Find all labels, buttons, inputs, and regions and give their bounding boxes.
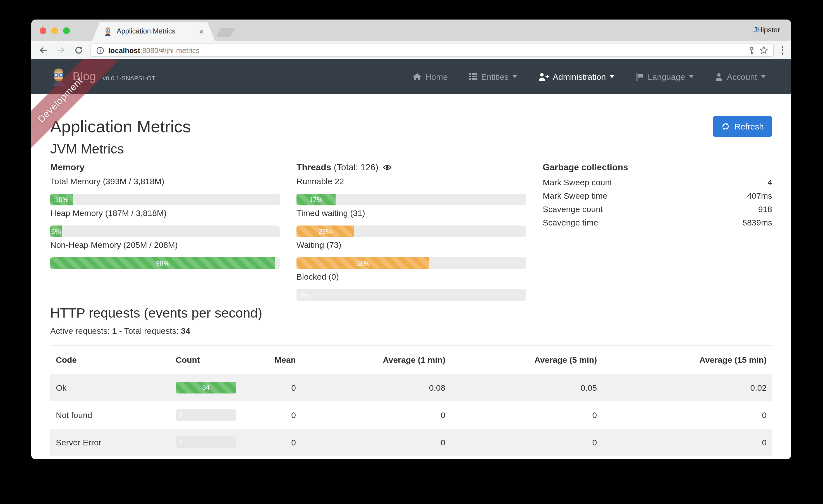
total-requests-value: 34: [181, 326, 190, 335]
bookmark-star-icon[interactable]: [759, 46, 768, 55]
metric-label: Total Memory (393M / 3,818M): [50, 176, 280, 187]
nav-item-home[interactable]: Home: [402, 59, 458, 94]
separator: -: [119, 326, 122, 335]
chevron-down-icon: [761, 75, 766, 78]
brand-name: Blog: [72, 70, 96, 83]
progress-label: 25%: [319, 227, 332, 235]
count-bar: 0: [176, 409, 178, 421]
cell-mean: 0: [251, 401, 302, 429]
home-icon: [413, 72, 422, 80]
gc-heading: Garbage collections: [543, 162, 772, 172]
tab-strip: Application Metrics × JHipster: [31, 19, 791, 41]
metric-heap-memory: Heap Memory (187M / 3,818M) 5%: [50, 208, 280, 237]
browser-toolbar: localhost:8080/#/jhi-metrics: [31, 41, 791, 59]
cell-code: Server Error: [50, 429, 170, 456]
requests-summary: Active requests: 1 - Total requests: 34: [50, 325, 772, 337]
total-requests-label: Total requests:: [124, 326, 179, 335]
gc-row-scavenge-time: Scavenge time 5839ms: [543, 216, 772, 229]
threads-heading-label: Threads: [297, 162, 331, 172]
cell-avg1: 0.08: [302, 374, 451, 401]
memory-heading: Memory: [50, 162, 280, 172]
url-host: localhost: [108, 46, 140, 54]
cell-avg15: 0: [603, 401, 772, 429]
progress-label: 98%: [156, 259, 169, 267]
threads-section: Threads (Total: 126) Runnable 22 17%: [297, 162, 526, 303]
flag-icon: [635, 72, 644, 80]
progress-label: 58%: [356, 259, 370, 267]
active-requests-label: Active requests:: [50, 326, 110, 335]
zoom-window-button[interactable]: [63, 27, 70, 34]
progress-bar: 10%: [50, 194, 73, 205]
count-track: 0: [176, 409, 236, 421]
back-icon[interactable]: [37, 44, 49, 56]
metric-label: Timed waiting (31): [297, 208, 526, 219]
reload-icon[interactable]: [72, 44, 85, 56]
cell-avg15: 0: [603, 429, 772, 456]
active-requests-value: 1: [112, 326, 117, 335]
refresh-label: Refresh: [734, 122, 764, 131]
progress-label: 5%: [51, 227, 61, 235]
progress-track: 98%: [50, 257, 280, 269]
favicon-hipster-avatar: [103, 27, 112, 36]
progress-bar: 0%: [297, 289, 299, 301]
nav-item-account[interactable]: Account: [704, 59, 776, 94]
browser-menu-icon[interactable]: [779, 46, 786, 55]
refresh-icon: [722, 122, 730, 131]
col-header-avg5: Average (5 min): [451, 346, 603, 374]
page-title: Application Metrics: [50, 117, 191, 136]
tab-close-icon[interactable]: ×: [199, 27, 204, 35]
browser-tab[interactable]: Application Metrics ×: [92, 22, 215, 41]
nav-label: Language: [648, 72, 685, 81]
progress-bar: 25%: [297, 225, 354, 237]
list-icon: [469, 72, 477, 80]
close-window-button[interactable]: [40, 27, 46, 34]
chevron-down-icon: [513, 75, 517, 78]
count-label: 34: [202, 383, 210, 391]
cell-avg5: 0: [451, 429, 603, 456]
new-tab-button[interactable]: [216, 28, 235, 37]
col-header-mean: Mean: [251, 346, 302, 374]
progress-track: 10%: [50, 194, 280, 205]
info-icon[interactable]: [96, 46, 105, 54]
table-row-server-error: Server Error 0 0 0 0 0: [50, 429, 772, 456]
progress-bar: 5%: [50, 225, 62, 237]
col-header-code: Code: [50, 346, 170, 374]
gc-label: Scavenge count: [543, 204, 603, 215]
refresh-button[interactable]: Refresh: [713, 116, 772, 137]
count-bar: 34: [176, 381, 236, 393]
brand[interactable]: Blog v0.0.1-SNAPSHOT: [50, 65, 155, 88]
count-track: 34: [176, 381, 236, 393]
progress-bar: 98%: [50, 257, 275, 269]
metric-waiting: Waiting (73) 58%: [297, 239, 526, 269]
cell-code: Not found: [50, 401, 170, 429]
gc-value: 918: [758, 204, 772, 215]
cell-mean: 0: [251, 429, 302, 456]
nav-item-administration[interactable]: Administration: [528, 59, 625, 94]
gc-label: Mark Sweep count: [543, 177, 612, 188]
nav-label: Administration: [553, 72, 606, 81]
address-bar[interactable]: localhost:8080/#/jhi-metrics: [91, 43, 774, 57]
eye-icon[interactable]: [383, 164, 391, 171]
cell-avg15: 0.02: [603, 374, 772, 401]
memory-section: Memory Total Memory (393M / 3,818M) 10% …: [50, 162, 280, 303]
nav-item-language[interactable]: Language: [625, 59, 704, 94]
gc-value: 4: [768, 177, 772, 188]
browser-window: Application Metrics × JHipster localhost…: [31, 19, 791, 459]
metric-label: Waiting (73): [297, 239, 526, 250]
nav-label: Entities: [481, 72, 509, 81]
forward-icon[interactable]: [55, 44, 67, 56]
page-viewport: Blog v0.0.1-SNAPSHOT Home Entiti: [31, 59, 791, 459]
metric-nonheap-memory: Non-Heap Memory (205M / 208M) 98%: [50, 239, 280, 269]
browser-profile-label: JHipster: [754, 26, 780, 34]
nav-item-entities[interactable]: Entities: [458, 59, 528, 94]
threads-total-label: (Total: 126): [334, 162, 378, 172]
count-track: 0: [176, 436, 236, 448]
key-icon[interactable]: [747, 46, 755, 54]
page-content: Application Metrics Refresh JVM Metrics …: [31, 94, 791, 456]
threads-heading: Threads (Total: 126): [297, 162, 526, 172]
user-icon: [715, 72, 723, 80]
minimize-window-button[interactable]: [51, 27, 58, 34]
count-label: 0: [178, 411, 182, 418]
http-requests-title: HTTP requests (events per second): [50, 305, 772, 321]
table-row-not-found: Not found 0 0 0 0 0: [50, 401, 772, 429]
